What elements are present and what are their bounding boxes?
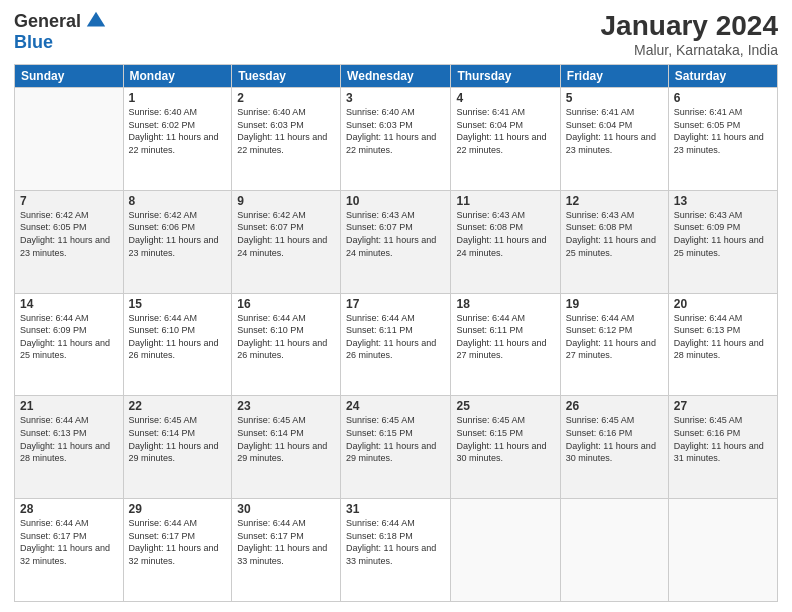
calendar-cell: 24Sunrise: 6:45 AMSunset: 6:15 PMDayligh… (341, 396, 451, 499)
calendar-cell: 7Sunrise: 6:42 AMSunset: 6:05 PMDaylight… (15, 190, 124, 293)
location-title: Malur, Karnataka, India (601, 42, 778, 58)
day-number: 2 (237, 91, 335, 105)
day-number: 19 (566, 297, 663, 311)
day-number: 16 (237, 297, 335, 311)
month-title: January 2024 (601, 10, 778, 42)
day-info: Sunrise: 6:44 AMSunset: 6:11 PMDaylight:… (456, 312, 554, 362)
day-info: Sunrise: 6:44 AMSunset: 6:13 PMDaylight:… (674, 312, 772, 362)
calendar-cell: 26Sunrise: 6:45 AMSunset: 6:16 PMDayligh… (560, 396, 668, 499)
day-header: Friday (560, 65, 668, 88)
calendar-cell: 15Sunrise: 6:44 AMSunset: 6:10 PMDayligh… (123, 293, 232, 396)
svg-marker-0 (87, 12, 105, 27)
calendar-table: SundayMondayTuesdayWednesdayThursdayFrid… (14, 64, 778, 602)
day-info: Sunrise: 6:40 AMSunset: 6:03 PMDaylight:… (346, 106, 445, 156)
day-number: 10 (346, 194, 445, 208)
day-number: 11 (456, 194, 554, 208)
calendar-row: 28Sunrise: 6:44 AMSunset: 6:17 PMDayligh… (15, 499, 778, 602)
day-info: Sunrise: 6:45 AMSunset: 6:14 PMDaylight:… (129, 414, 227, 464)
day-number: 15 (129, 297, 227, 311)
calendar-cell: 13Sunrise: 6:43 AMSunset: 6:09 PMDayligh… (668, 190, 777, 293)
calendar-cell: 20Sunrise: 6:44 AMSunset: 6:13 PMDayligh… (668, 293, 777, 396)
calendar-cell: 21Sunrise: 6:44 AMSunset: 6:13 PMDayligh… (15, 396, 124, 499)
page: General Blue January 2024 Malur, Karnata… (0, 0, 792, 612)
day-info: Sunrise: 6:43 AMSunset: 6:08 PMDaylight:… (566, 209, 663, 259)
day-number: 17 (346, 297, 445, 311)
day-number: 26 (566, 399, 663, 413)
day-number: 27 (674, 399, 772, 413)
header: General Blue January 2024 Malur, Karnata… (14, 10, 778, 58)
calendar-cell: 12Sunrise: 6:43 AMSunset: 6:08 PMDayligh… (560, 190, 668, 293)
day-info: Sunrise: 6:45 AMSunset: 6:14 PMDaylight:… (237, 414, 335, 464)
calendar-row: 1Sunrise: 6:40 AMSunset: 6:02 PMDaylight… (15, 88, 778, 191)
day-info: Sunrise: 6:40 AMSunset: 6:02 PMDaylight:… (129, 106, 227, 156)
calendar-cell: 4Sunrise: 6:41 AMSunset: 6:04 PMDaylight… (451, 88, 560, 191)
day-number: 25 (456, 399, 554, 413)
day-info: Sunrise: 6:44 AMSunset: 6:18 PMDaylight:… (346, 517, 445, 567)
calendar-cell: 8Sunrise: 6:42 AMSunset: 6:06 PMDaylight… (123, 190, 232, 293)
day-number: 28 (20, 502, 118, 516)
day-info: Sunrise: 6:44 AMSunset: 6:13 PMDaylight:… (20, 414, 118, 464)
day-info: Sunrise: 6:44 AMSunset: 6:09 PMDaylight:… (20, 312, 118, 362)
logo-icon (85, 10, 107, 32)
day-info: Sunrise: 6:41 AMSunset: 6:05 PMDaylight:… (674, 106, 772, 156)
calendar-cell: 5Sunrise: 6:41 AMSunset: 6:04 PMDaylight… (560, 88, 668, 191)
calendar-cell (668, 499, 777, 602)
day-header: Sunday (15, 65, 124, 88)
day-info: Sunrise: 6:42 AMSunset: 6:06 PMDaylight:… (129, 209, 227, 259)
calendar-cell: 27Sunrise: 6:45 AMSunset: 6:16 PMDayligh… (668, 396, 777, 499)
day-info: Sunrise: 6:44 AMSunset: 6:17 PMDaylight:… (20, 517, 118, 567)
day-number: 23 (237, 399, 335, 413)
day-info: Sunrise: 6:41 AMSunset: 6:04 PMDaylight:… (566, 106, 663, 156)
day-info: Sunrise: 6:44 AMSunset: 6:17 PMDaylight:… (237, 517, 335, 567)
day-number: 22 (129, 399, 227, 413)
day-number: 18 (456, 297, 554, 311)
calendar-cell: 17Sunrise: 6:44 AMSunset: 6:11 PMDayligh… (341, 293, 451, 396)
calendar-cell: 10Sunrise: 6:43 AMSunset: 6:07 PMDayligh… (341, 190, 451, 293)
day-info: Sunrise: 6:40 AMSunset: 6:03 PMDaylight:… (237, 106, 335, 156)
calendar-cell: 14Sunrise: 6:44 AMSunset: 6:09 PMDayligh… (15, 293, 124, 396)
calendar-cell: 2Sunrise: 6:40 AMSunset: 6:03 PMDaylight… (232, 88, 341, 191)
day-info: Sunrise: 6:44 AMSunset: 6:12 PMDaylight:… (566, 312, 663, 362)
day-number: 3 (346, 91, 445, 105)
day-info: Sunrise: 6:45 AMSunset: 6:16 PMDaylight:… (674, 414, 772, 464)
calendar-cell: 18Sunrise: 6:44 AMSunset: 6:11 PMDayligh… (451, 293, 560, 396)
day-header: Thursday (451, 65, 560, 88)
day-header: Saturday (668, 65, 777, 88)
calendar-cell: 29Sunrise: 6:44 AMSunset: 6:17 PMDayligh… (123, 499, 232, 602)
day-number: 5 (566, 91, 663, 105)
day-info: Sunrise: 6:43 AMSunset: 6:07 PMDaylight:… (346, 209, 445, 259)
calendar-cell (560, 499, 668, 602)
calendar-cell: 31Sunrise: 6:44 AMSunset: 6:18 PMDayligh… (341, 499, 451, 602)
header-row: SundayMondayTuesdayWednesdayThursdayFrid… (15, 65, 778, 88)
calendar-row: 7Sunrise: 6:42 AMSunset: 6:05 PMDaylight… (15, 190, 778, 293)
day-info: Sunrise: 6:45 AMSunset: 6:16 PMDaylight:… (566, 414, 663, 464)
day-number: 7 (20, 194, 118, 208)
day-header: Wednesday (341, 65, 451, 88)
logo-text: General (14, 10, 107, 32)
calendar-cell: 28Sunrise: 6:44 AMSunset: 6:17 PMDayligh… (15, 499, 124, 602)
day-number: 13 (674, 194, 772, 208)
calendar-row: 21Sunrise: 6:44 AMSunset: 6:13 PMDayligh… (15, 396, 778, 499)
calendar-cell: 11Sunrise: 6:43 AMSunset: 6:08 PMDayligh… (451, 190, 560, 293)
day-number: 20 (674, 297, 772, 311)
logo-blue: Blue (14, 32, 53, 53)
day-number: 1 (129, 91, 227, 105)
calendar-cell: 22Sunrise: 6:45 AMSunset: 6:14 PMDayligh… (123, 396, 232, 499)
day-number: 14 (20, 297, 118, 311)
day-number: 4 (456, 91, 554, 105)
day-info: Sunrise: 6:42 AMSunset: 6:07 PMDaylight:… (237, 209, 335, 259)
title-area: January 2024 Malur, Karnataka, India (601, 10, 778, 58)
calendar-cell: 1Sunrise: 6:40 AMSunset: 6:02 PMDaylight… (123, 88, 232, 191)
day-number: 9 (237, 194, 335, 208)
day-number: 24 (346, 399, 445, 413)
day-info: Sunrise: 6:45 AMSunset: 6:15 PMDaylight:… (456, 414, 554, 464)
day-number: 21 (20, 399, 118, 413)
day-info: Sunrise: 6:43 AMSunset: 6:08 PMDaylight:… (456, 209, 554, 259)
day-number: 8 (129, 194, 227, 208)
day-info: Sunrise: 6:41 AMSunset: 6:04 PMDaylight:… (456, 106, 554, 156)
logo-area: General Blue (14, 10, 107, 53)
calendar-row: 14Sunrise: 6:44 AMSunset: 6:09 PMDayligh… (15, 293, 778, 396)
day-info: Sunrise: 6:44 AMSunset: 6:10 PMDaylight:… (237, 312, 335, 362)
day-info: Sunrise: 6:42 AMSunset: 6:05 PMDaylight:… (20, 209, 118, 259)
calendar-cell: 30Sunrise: 6:44 AMSunset: 6:17 PMDayligh… (232, 499, 341, 602)
